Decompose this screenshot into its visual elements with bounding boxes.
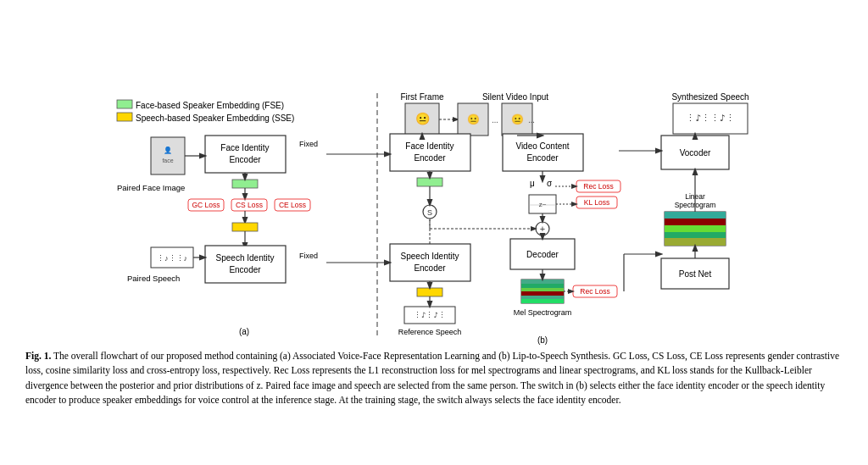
svg-text:Face-based Speaker Embedding (: Face-based Speaker Embedding (FSE): [136, 101, 284, 110]
svg-text:Encoder: Encoder: [229, 155, 261, 164]
svg-rect-54: [417, 178, 442, 186]
svg-text:😐: 😐: [511, 113, 524, 125]
svg-text:Paired Speech: Paired Speech: [127, 274, 180, 283]
svg-rect-103: [665, 225, 726, 232]
svg-rect-88: [521, 291, 564, 296]
svg-text:Encoder: Encoder: [414, 153, 446, 163]
svg-text:z~: z~: [539, 201, 547, 208]
svg-text:😐: 😐: [415, 112, 431, 126]
svg-text:(b): (b): [537, 335, 548, 345]
page: Face-based Speaker Embedding (FSE) Speec…: [0, 0, 868, 465]
svg-rect-14: [232, 180, 258, 188]
svg-text:Encoder: Encoder: [229, 265, 261, 274]
svg-text:Mel Spectrogram: Mel Spectrogram: [514, 308, 572, 317]
svg-text:⋮♪⋮♪⋮: ⋮♪⋮♪⋮: [414, 311, 446, 319]
svg-text:Fixed: Fixed: [299, 140, 318, 148]
svg-text:Paired Face Image: Paired Face Image: [117, 183, 185, 192]
svg-text:μ: μ: [530, 179, 535, 188]
svg-rect-117: [417, 288, 442, 296]
svg-text:GC Loss: GC Loss: [192, 201, 220, 209]
diagram-svg: Face-based Speaker Embedding (FSE) Speec…: [25, 8, 843, 347]
svg-text:...: ...: [528, 115, 535, 125]
svg-text:Encoder: Encoder: [414, 263, 446, 273]
svg-rect-104: [665, 232, 726, 238]
svg-text:σ: σ: [547, 179, 553, 188]
svg-text:Decoder: Decoder: [526, 250, 559, 259]
svg-rect-9: [205, 136, 286, 173]
svg-text:Reference Speech: Reference Speech: [398, 328, 462, 336]
svg-text:CS Loss: CS Loss: [236, 201, 263, 209]
svg-text:Face Identity: Face Identity: [405, 141, 453, 151]
svg-text:KL Loss: KL Loss: [584, 198, 609, 207]
svg-text:First Frame: First Frame: [400, 92, 444, 102]
svg-text:...: ...: [492, 115, 498, 125]
svg-rect-2: [117, 113, 132, 121]
svg-text:Face Identity: Face Identity: [220, 143, 269, 152]
svg-text:Encoder: Encoder: [526, 153, 559, 163]
svg-rect-24: [232, 223, 258, 231]
svg-rect-86: [521, 284, 564, 288]
svg-text:face: face: [162, 158, 173, 163]
svg-rect-102: [665, 219, 726, 225]
svg-text:Fixed: Fixed: [299, 252, 318, 260]
svg-text:Vocoder: Vocoder: [680, 148, 711, 158]
svg-text:Post Net: Post Net: [679, 269, 712, 279]
svg-text:👤: 👤: [164, 146, 172, 154]
svg-text:Rec Loss: Rec Loss: [583, 182, 613, 191]
svg-rect-29: [205, 246, 286, 283]
svg-text:⋮♪⋮⋮♪: ⋮♪⋮⋮♪: [157, 254, 187, 263]
svg-text:⋮♪⋮⋮♪⋮: ⋮♪⋮⋮♪⋮: [686, 113, 734, 124]
svg-rect-114: [390, 244, 470, 281]
svg-text:S: S: [427, 208, 432, 217]
svg-text:Speech Identity: Speech Identity: [401, 252, 459, 261]
svg-rect-101: [665, 212, 726, 219]
svg-rect-90: [521, 299, 564, 303]
caption-bold: Fig. 1.: [25, 351, 51, 361]
svg-text:😐: 😐: [467, 113, 480, 125]
svg-rect-87: [521, 288, 564, 291]
svg-rect-85: [521, 280, 564, 284]
svg-text:Speech Identity: Speech Identity: [216, 253, 275, 263]
svg-rect-5: [151, 137, 185, 174]
svg-text:(a): (a): [239, 327, 249, 336]
svg-rect-50: [390, 134, 470, 171]
svg-rect-59: [503, 134, 583, 171]
svg-rect-89: [521, 296, 564, 299]
svg-text:Rec Loss: Rec Loss: [580, 287, 609, 296]
svg-text:+: +: [540, 224, 545, 234]
caption-text: The overall flowchart of our proposed me…: [25, 351, 839, 405]
caption: Fig. 1. The overall flowchart of our pro…: [25, 349, 843, 407]
svg-rect-105: [665, 238, 726, 246]
svg-text:Silent Video Input: Silent Video Input: [482, 92, 548, 102]
svg-text:Speech-based Speaker Embedding: Speech-based Speaker Embedding (SSE): [136, 113, 294, 123]
svg-text:Synthesized Speech: Synthesized Speech: [671, 92, 748, 102]
svg-text:CE Loss: CE Loss: [279, 201, 306, 209]
svg-text:Video Content: Video Content: [515, 141, 569, 151]
svg-rect-0: [117, 100, 132, 108]
diagram-area: Face-based Speaker Embedding (FSE) Speec…: [25, 8, 843, 347]
